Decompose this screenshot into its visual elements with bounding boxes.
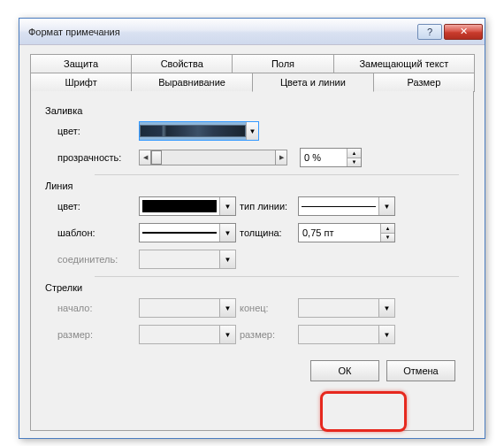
fill-color-label: цвет: (57, 126, 139, 136)
tab-row-1: Защита Свойства Поля Замещающий текст (30, 54, 474, 73)
line-thickness-label: толщина: (236, 227, 298, 238)
close-icon: ✕ (460, 26, 468, 37)
dialog: Формат примечания ? ✕ Защита Свойства По… (19, 18, 485, 439)
tab-alignment[interactable]: Выравнивание (131, 73, 253, 92)
chevron-down-icon: ▼ (378, 299, 394, 317)
line-type-label: тип линии: (236, 201, 298, 211)
fill-color-combo[interactable]: ▼ (139, 121, 259, 141)
chevron-down-icon: ▼ (219, 299, 235, 317)
line-connector-row: соединитель: ▼ (45, 250, 459, 269)
chevron-down-icon: ▼ (219, 224, 235, 242)
transparency-input[interactable] (301, 149, 347, 166)
arrow-begin-row: начало: ▼ конец: ▼ (45, 298, 459, 318)
help-icon: ? (427, 27, 432, 37)
chevron-down-icon: ▼ (378, 197, 394, 215)
transparency-spinner[interactable]: ▲▼ (300, 148, 362, 167)
thickness-spinner[interactable]: ▲▼ (298, 223, 395, 242)
chevron-down-icon: ▼ (378, 326, 394, 343)
arrow-size-row: размер: ▼ размер: ▼ (45, 325, 459, 344)
arrow-size1-label: размер: (57, 329, 139, 340)
titlebar-buttons: ? ✕ (417, 24, 483, 40)
tab-font[interactable]: Шрифт (30, 73, 132, 92)
line-pattern-preview (142, 232, 217, 234)
spin-up-icon[interactable]: ▲ (380, 224, 394, 234)
chevron-down-icon: ▼ (219, 197, 235, 215)
fill-group-label: Заливка (45, 105, 459, 116)
line-type-combo[interactable]: ▼ (298, 196, 395, 216)
slider-left-button[interactable]: ◀ (139, 150, 151, 165)
arrow-begin-label: начало: (57, 303, 139, 313)
tab-margins[interactable]: Поля (232, 54, 333, 73)
tabs: Защита Свойства Поля Замещающий текст Шр… (30, 54, 474, 91)
fill-color-row: цвет: ▼ (45, 121, 459, 141)
fill-color-swatch (140, 122, 246, 140)
tab-protection[interactable]: Защита (30, 54, 132, 73)
close-button[interactable]: ✕ (444, 24, 483, 40)
chevron-down-icon: ▼ (246, 122, 258, 140)
divider (95, 276, 459, 277)
line-color-swatch (142, 200, 217, 212)
tab-colors-lines[interactable]: Цвета и линии (252, 73, 374, 92)
line-color-combo[interactable]: ▼ (139, 196, 236, 216)
line-connector-label: соединитель: (57, 254, 139, 265)
thickness-input[interactable] (299, 224, 380, 242)
tab-row-2: Шрифт Выравнивание Цвета и линии Размер (30, 73, 474, 91)
line-pattern-row: шаблон: ▼ толщина: ▲▼ (45, 223, 459, 242)
tab-properties[interactable]: Свойства (131, 54, 233, 73)
line-group-label: Линия (45, 181, 459, 191)
transparency-slider[interactable]: ◀ ▶ (139, 150, 287, 165)
arrow-begin-combo: ▼ (139, 298, 236, 318)
fill-transparency-row: прозрачность: ◀ ▶ ▲▼ (45, 148, 459, 167)
line-type-preview (302, 206, 376, 207)
line-connector-combo: ▼ (139, 250, 236, 269)
chevron-down-icon: ▼ (219, 250, 235, 268)
dialog-footer: ОК Отмена (45, 351, 459, 390)
spin-up-icon[interactable]: ▲ (347, 149, 361, 158)
tab-panel: Заливка цвет: ▼ прозрачность: ◀ ▶ (30, 91, 474, 431)
slider-right-button[interactable]: ▶ (275, 150, 287, 165)
screenshot-area: Формат примечания ? ✕ Защита Свойства По… (0, 0, 504, 446)
cancel-button[interactable]: Отмена (386, 360, 455, 381)
chevron-down-icon: ▼ (219, 326, 235, 343)
slider-thumb[interactable] (151, 150, 162, 165)
divider (95, 174, 459, 175)
spin-down-icon[interactable]: ▼ (380, 234, 394, 242)
dialog-body: Защита Свойства Поля Замещающий текст Шр… (19, 45, 485, 438)
help-button[interactable]: ? (417, 24, 442, 40)
arrow-size2-label: размер: (236, 329, 298, 340)
line-color-row: цвет: ▼ тип линии: ▼ (45, 196, 459, 216)
arrow-size2-combo: ▼ (298, 325, 395, 344)
fill-texture-preview (140, 125, 246, 137)
arrow-end-label: конец: (236, 303, 298, 313)
titlebar: Формат примечания ? ✕ (19, 19, 485, 45)
dialog-title: Формат примечания (28, 27, 417, 37)
ok-button[interactable]: ОК (310, 360, 379, 381)
arrows-group-label: Стрелки (45, 282, 459, 293)
spin-down-icon[interactable]: ▼ (347, 158, 361, 167)
fill-transparency-label: прозрачность: (57, 152, 139, 163)
line-color-label: цвет: (57, 201, 139, 211)
line-pattern-combo[interactable]: ▼ (139, 223, 236, 242)
slider-track[interactable] (151, 150, 275, 165)
tab-size[interactable]: Размер (373, 73, 475, 92)
tab-alt-text[interactable]: Замещающий текст (333, 54, 475, 73)
arrow-size1-combo: ▼ (139, 325, 236, 344)
line-pattern-label: шаблон: (57, 227, 139, 238)
arrow-end-combo: ▼ (298, 298, 395, 318)
